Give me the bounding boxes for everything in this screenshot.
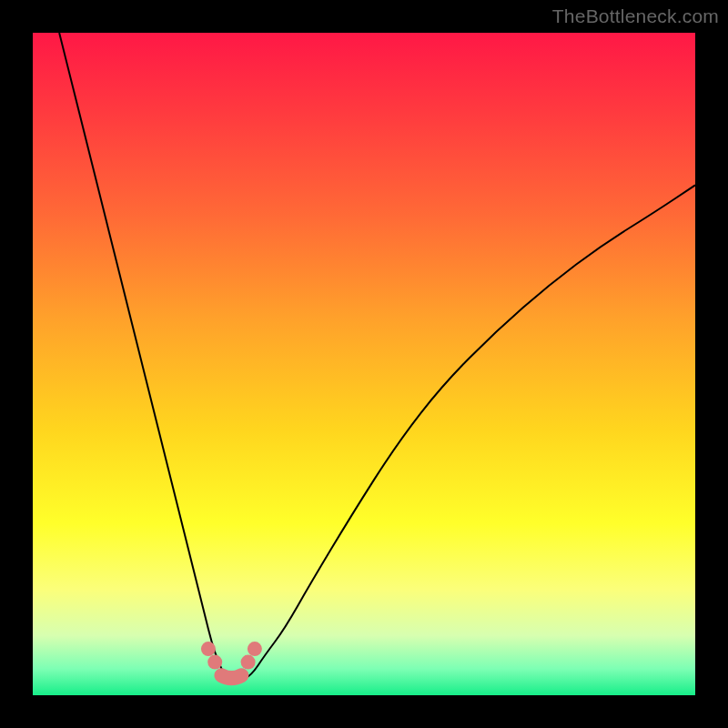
watermark-text: TheBottleneck.com xyxy=(552,5,719,27)
bottom-marker-dot xyxy=(207,655,222,670)
bottom-marker-line xyxy=(221,675,241,678)
plot-area xyxy=(33,33,695,695)
bottleneck-curve xyxy=(33,33,695,695)
bottom-marker-dot xyxy=(241,655,256,670)
bottom-marker-dot xyxy=(201,642,216,656)
curve-line xyxy=(59,33,695,682)
bottom-marker-dot xyxy=(248,642,262,656)
chart-frame: TheBottleneck.com xyxy=(0,0,728,728)
